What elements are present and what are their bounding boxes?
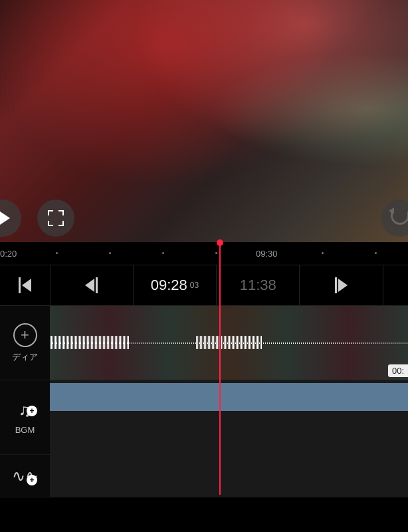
prev-frame-icon: [85, 277, 98, 293]
video-preview[interactable]: [0, 0, 408, 242]
bgm-track-body[interactable]: [50, 380, 408, 454]
total-time: 11:38: [240, 277, 276, 294]
add-audio-badge[interactable]: +: [27, 475, 37, 485]
ruler-dot: [375, 252, 377, 254]
bgm-track-label: BGM: [15, 425, 35, 435]
play-button[interactable]: [0, 200, 21, 237]
media-track-head[interactable]: + ディア: [0, 306, 50, 380]
prev-clip-button[interactable]: [0, 265, 51, 305]
prev-clip-icon: [19, 277, 31, 293]
audio-track-body[interactable]: [50, 455, 408, 497]
bgm-clip[interactable]: [50, 383, 408, 411]
transport-bar: 09:2803 11:38: [0, 265, 408, 306]
media-track-body[interactable]: 00:: [50, 306, 408, 380]
ruler-dot: [109, 252, 111, 254]
fullscreen-icon: [48, 210, 64, 226]
audio-track-head[interactable]: ∿∿ +: [0, 455, 50, 497]
fullscreen-button[interactable]: [37, 200, 74, 237]
total-time-cell: 11:38: [217, 265, 300, 305]
undo-icon: [391, 211, 408, 225]
play-icon: [0, 210, 10, 226]
time-ruler[interactable]: 0:20 09:30: [0, 242, 408, 265]
ruler-dot: [56, 252, 58, 254]
add-icon: +: [21, 327, 29, 344]
video-clip[interactable]: 00:: [50, 306, 408, 380]
audio-track-row: ∿∿ +: [0, 455, 408, 497]
current-time: 09:28: [151, 277, 187, 294]
timeline: 0:20 09:30 09:2803 11:38 + ディア: [0, 242, 408, 497]
tracks-panel: + ディア 00: ♫ + BGM ∿∿ +: [0, 306, 408, 497]
ruler-dot: [322, 252, 324, 254]
bgm-track-head[interactable]: ♫ + BGM: [0, 380, 50, 454]
clip-waveform: [50, 342, 408, 344]
current-time-cell[interactable]: 09:2803: [134, 265, 217, 305]
bgm-track-row: ♫ + BGM: [0, 380, 408, 455]
undo-button[interactable]: [381, 200, 408, 237]
media-track-label: ディア: [12, 351, 38, 363]
ruler-tick: 09:30: [256, 249, 278, 259]
media-track-row: + ディア 00:: [0, 306, 408, 380]
ruler-tick: 0:20: [0, 249, 17, 259]
ruler-dot: [162, 252, 164, 254]
add-bgm-badge[interactable]: +: [27, 406, 37, 416]
prev-frame-button[interactable]: [51, 265, 134, 305]
current-frame: 03: [190, 281, 199, 290]
next-clip-button[interactable]: [383, 265, 408, 305]
preview-controls: [0, 198, 408, 238]
add-media-button[interactable]: +: [13, 323, 37, 347]
next-frame-button[interactable]: [300, 265, 383, 305]
clip-end-time: 00:: [388, 364, 408, 377]
next-frame-icon: [335, 277, 348, 293]
ruler-dot: [215, 252, 217, 254]
